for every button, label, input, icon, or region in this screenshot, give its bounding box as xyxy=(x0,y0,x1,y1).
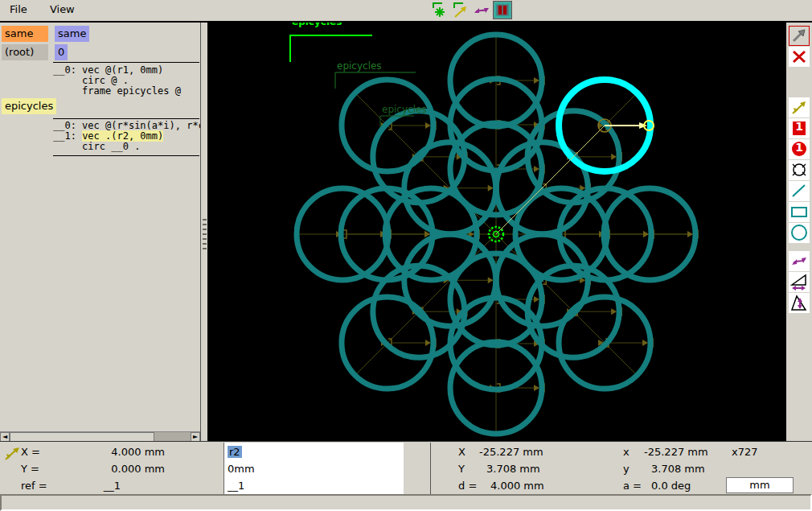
top-toolbar xyxy=(430,1,512,20)
code-line[interactable]: frame epicycles @ xyxy=(53,86,181,97)
angle-label: a = xyxy=(623,478,642,494)
epicycle-drawing: epicyclesepicyclesepicycles xyxy=(207,23,786,441)
select-arrow-button[interactable] xyxy=(789,26,810,46)
cursor-x-value: -25.227 mm xyxy=(479,444,543,460)
code-line[interactable]: circ __0 . xyxy=(53,142,140,152)
pause-button[interactable] xyxy=(493,1,512,19)
measure-button[interactable] xyxy=(472,1,491,19)
ref-label: ref = xyxy=(21,478,47,494)
triangle-height-measure-icon xyxy=(789,303,810,315)
menu-view[interactable]: View xyxy=(40,0,84,21)
local-y-label: y xyxy=(623,461,630,477)
unit-selector[interactable]: mm xyxy=(726,477,794,493)
new-frame-button[interactable] xyxy=(430,1,449,19)
y-label: Y = xyxy=(21,461,39,477)
local-x-value: -25.227 mm xyxy=(644,444,708,460)
divider xyxy=(53,62,199,63)
zoom-factor: x727 xyxy=(732,444,758,460)
code-prefix: __1: xyxy=(53,130,82,142)
frame-name-epicycles[interactable]: epicycles xyxy=(2,98,56,114)
divider xyxy=(53,118,199,119)
divider xyxy=(430,443,431,494)
param-field-ref[interactable]: __1 xyxy=(228,480,244,492)
delete-button[interactable] xyxy=(789,47,810,67)
new-vector-button[interactable] xyxy=(451,1,470,19)
cursor-y-label: Y xyxy=(458,461,465,477)
scroll-left-button[interactable]: ◄ xyxy=(0,432,10,441)
ref-value: __1 xyxy=(48,478,121,494)
distance-label: d = xyxy=(458,478,477,494)
scroll-right-button[interactable]: ► xyxy=(191,432,200,441)
construction-circle-button[interactable] xyxy=(789,160,810,180)
vector-tool-button[interactable] xyxy=(789,97,810,117)
parameter-fields: r2 0mm __1 xyxy=(224,443,404,494)
local-y-value: 3.708 mm xyxy=(651,461,705,477)
param-field-offset[interactable]: 0mm xyxy=(228,463,255,475)
frame-label[interactable]: epicycles xyxy=(292,23,342,27)
splitter-handle-icon xyxy=(203,219,207,253)
cursor-x-label: X xyxy=(458,444,465,460)
menu-bar: File View xyxy=(0,0,812,21)
anchor-circle-1-button[interactable]: 1 xyxy=(789,139,810,159)
y-value: 0.000 mm xyxy=(48,461,165,477)
line-tool-button[interactable] xyxy=(789,181,810,201)
param-field-r2[interactable]: r2 xyxy=(228,446,242,458)
x-value: 4.000 mm xyxy=(48,444,165,460)
message-line xyxy=(0,494,812,511)
local-x-label: x xyxy=(623,444,630,460)
triangle-side-measure-button[interactable] xyxy=(789,272,810,292)
frame-value-same[interactable]: same xyxy=(55,26,89,42)
distance-value: 4.000 mm xyxy=(490,478,544,494)
horizontal-scrollbar[interactable]: ◄ ► xyxy=(0,431,200,441)
frame-name-root[interactable]: (root) xyxy=(2,44,48,60)
triangle-height-measure-button[interactable] xyxy=(789,293,810,313)
x-label: X = xyxy=(21,444,40,460)
frame-label[interactable]: epicycles xyxy=(337,60,382,72)
frame-label[interactable]: epicycles xyxy=(382,104,427,115)
circle-tool-icon xyxy=(789,233,810,245)
circle-tool-button[interactable] xyxy=(789,223,810,243)
status-bar: X = 4.000 mm Y = 0.000 mm ref = __1 r2 0… xyxy=(0,441,812,494)
menu-file[interactable]: File xyxy=(0,0,37,21)
scrollbar-thumb[interactable] xyxy=(10,432,154,441)
code-highlight: vec .(r2, 0mm) xyxy=(82,130,163,142)
frame-tree-panel: same same (root) 0 __0: vec @(r1, 0mm) c… xyxy=(0,23,201,441)
drawing-canvas[interactable]: epicyclesepicyclesepicycles xyxy=(207,23,786,441)
measure-arrow-button[interactable] xyxy=(789,251,810,271)
panel-splitter[interactable] xyxy=(202,23,207,441)
anchor-square-1-button[interactable]: 1 xyxy=(789,118,810,138)
select-arrow-icon xyxy=(789,35,809,47)
frame-name-same[interactable]: same xyxy=(2,26,48,42)
rectangle-tool-button[interactable] xyxy=(789,202,810,222)
cursor-y-value: 3.708 mm xyxy=(486,461,540,477)
divider xyxy=(53,155,199,156)
frame-value-root[interactable]: 0 xyxy=(55,44,68,60)
angle-value: 0.0 deg xyxy=(651,478,691,494)
delete-x-icon xyxy=(789,57,810,69)
tool-palette: 1 1 xyxy=(788,23,812,441)
